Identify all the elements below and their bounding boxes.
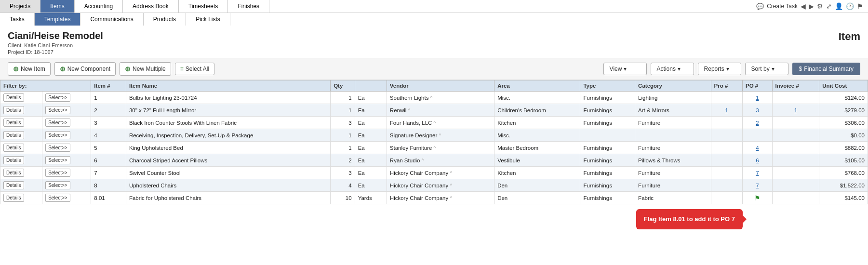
nav-tab-products[interactable]: Products <box>144 13 186 26</box>
select-cell[interactable]: Select>> <box>42 129 91 142</box>
details-button[interactable]: Details <box>3 181 24 189</box>
invoice-cell[interactable] <box>772 167 819 179</box>
nav-tab-address-book[interactable]: Address Book <box>123 0 179 13</box>
po-link[interactable]: 1 <box>756 95 759 101</box>
nav-tab-templates[interactable]: Templates <box>35 13 81 26</box>
po-cell[interactable]: 4 <box>743 142 773 154</box>
po-cell[interactable]: ⚑ <box>743 192 773 204</box>
financial-summary-button[interactable]: $ Financial Summary <box>792 63 860 75</box>
pro-cell[interactable] <box>711 129 743 142</box>
select-button[interactable]: Select>> <box>45 194 70 202</box>
details-cell[interactable]: Details <box>0 104 42 117</box>
nav-tab-tasks[interactable]: Tasks <box>0 13 35 26</box>
details-button[interactable]: Details <box>3 194 24 202</box>
details-cell[interactable]: Details <box>0 167 42 179</box>
invoice-cell[interactable] <box>772 142 819 154</box>
clock-icon[interactable]: 🕐 <box>846 2 854 10</box>
invoice-cell[interactable] <box>772 117 819 129</box>
invoice-cell[interactable] <box>772 179 819 192</box>
invoice-link[interactable]: 1 <box>794 107 797 113</box>
po-cell[interactable]: 7 <box>743 167 773 179</box>
select-button[interactable]: Select>> <box>45 169 70 177</box>
select-button[interactable]: Select>> <box>45 131 70 139</box>
details-cell[interactable]: Details <box>0 129 42 142</box>
pro-cell[interactable] <box>711 167 743 179</box>
select-cell[interactable]: Select>> <box>42 92 91 104</box>
details-button[interactable]: Details <box>3 144 24 152</box>
invoice-cell[interactable]: 1 <box>772 104 819 117</box>
nav-tab-timesheets[interactable]: Timesheets <box>179 0 228 13</box>
details-button[interactable]: Details <box>3 131 24 139</box>
select-cell[interactable]: Select>> <box>42 117 91 129</box>
po-link[interactable]: 3 <box>756 107 759 113</box>
flag-nav-icon[interactable]: ⚑ <box>857 2 863 10</box>
select-cell[interactable]: Select>> <box>42 167 91 179</box>
pro-cell[interactable] <box>711 142 743 154</box>
po-cell[interactable]: 7 <box>743 179 773 192</box>
expand-icon[interactable]: ⤢ <box>826 2 832 10</box>
flag-icon[interactable]: ⚑ <box>754 194 761 202</box>
pro-cell[interactable] <box>711 117 743 129</box>
pro-cell[interactable] <box>711 92 743 104</box>
select-button[interactable]: Select>> <box>45 181 70 189</box>
next-icon[interactable]: ▶ <box>809 2 814 10</box>
new-item-button[interactable]: ⊕ New Item <box>8 62 51 76</box>
select-button[interactable]: Select>> <box>45 156 70 164</box>
select-cell[interactable]: Select>> <box>42 154 91 167</box>
select-button[interactable]: Select>> <box>45 106 70 114</box>
po-cell[interactable]: 2 <box>743 117 773 129</box>
nav-tab-finishes[interactable]: Finishes <box>228 0 269 13</box>
sort-by-dropdown[interactable]: Sort by ▾ <box>745 63 788 75</box>
details-cell[interactable]: Details <box>0 92 42 104</box>
po-cell[interactable]: 3 <box>743 104 773 117</box>
details-button[interactable]: Details <box>3 106 24 114</box>
po-link[interactable]: 2 <box>756 120 759 126</box>
pro-cell[interactable] <box>711 154 743 167</box>
nav-tab-pick-lists[interactable]: Pick Lists <box>186 13 230 26</box>
details-cell[interactable]: Details <box>0 117 42 129</box>
invoice-cell[interactable] <box>772 192 819 204</box>
invoice-cell[interactable] <box>772 154 819 167</box>
details-button[interactable]: Details <box>3 93 24 102</box>
nav-tab-projects[interactable]: Projects <box>0 0 40 13</box>
new-component-button[interactable]: ⊕ New Component <box>54 62 116 76</box>
po-cell[interactable]: 1 <box>743 92 773 104</box>
nav-tab-items[interactable]: Items <box>40 0 74 13</box>
po-link[interactable]: 7 <box>756 183 759 188</box>
select-cell[interactable]: Select>> <box>42 179 91 192</box>
new-multiple-button[interactable]: ⊕ New Multiple <box>120 62 171 76</box>
pro-cell[interactable] <box>711 179 743 192</box>
user-icon[interactable]: 👤 <box>835 2 843 10</box>
details-cell[interactable]: Details <box>0 154 42 167</box>
pro-cell[interactable]: 1 <box>711 104 743 117</box>
po-cell[interactable] <box>743 129 773 142</box>
prev-icon[interactable]: ◀ <box>801 2 806 10</box>
invoice-cell[interactable] <box>772 92 819 104</box>
select-button[interactable]: Select>> <box>45 93 70 102</box>
select-cell[interactable]: Select>> <box>42 104 91 117</box>
select-cell[interactable]: Select>> <box>42 192 91 204</box>
gear-icon[interactable]: ⚙ <box>817 2 823 10</box>
create-task-label[interactable]: Create Task <box>767 3 798 10</box>
details-button[interactable]: Details <box>3 156 24 164</box>
reports-dropdown[interactable]: Reports ▾ <box>698 63 741 75</box>
actions-dropdown[interactable]: Actions ▾ <box>651 63 694 75</box>
view-dropdown[interactable]: View ▾ <box>603 63 647 75</box>
details-cell[interactable]: Details <box>0 142 42 154</box>
details-cell[interactable]: Details <box>0 179 42 192</box>
po-cell[interactable]: 6 <box>743 154 773 167</box>
nav-tab-accounting[interactable]: Accounting <box>75 0 123 13</box>
invoice-cell[interactable] <box>772 129 819 142</box>
nav-tab-communications[interactable]: Communications <box>80 13 143 26</box>
po-link[interactable]: 6 <box>756 158 759 163</box>
details-button[interactable]: Details <box>3 169 24 177</box>
po-link[interactable]: 7 <box>756 170 759 176</box>
select-button[interactable]: Select>> <box>45 119 70 127</box>
select-button[interactable]: Select>> <box>45 144 70 152</box>
details-button[interactable]: Details <box>3 119 24 127</box>
pro-cell[interactable] <box>711 192 743 204</box>
details-cell[interactable]: Details <box>0 192 42 204</box>
pro-link[interactable]: 1 <box>725 107 728 113</box>
select-cell[interactable]: Select>> <box>42 142 91 154</box>
select-all-button[interactable]: ≡ Select All <box>175 63 214 75</box>
